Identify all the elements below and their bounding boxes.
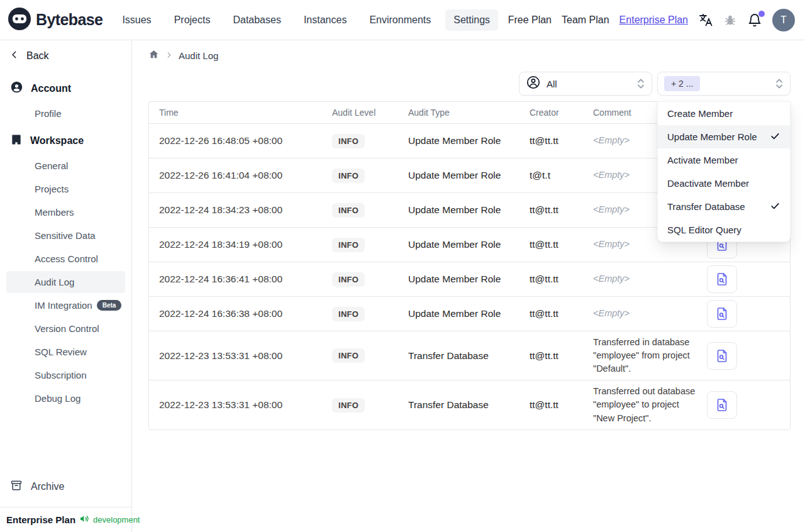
nav-right: Free Plan Team Plan Enterprise Plan T bbox=[508, 9, 795, 31]
bytebase-logo-icon bbox=[8, 7, 31, 33]
sidebar-item-label: Subscription bbox=[35, 370, 87, 380]
column-header-time: Time bbox=[149, 108, 322, 118]
settings-sidebar: Back Account Profile Workspace GeneralPr… bbox=[0, 40, 132, 532]
cell-audit-type: Transfer Database bbox=[398, 399, 525, 411]
cell-audit-level: INFO bbox=[322, 307, 398, 321]
top-nav: Bytebase IssuesProjectsDatabasesInstance… bbox=[0, 0, 805, 40]
sidebar-item-audit-log[interactable]: Audit Log bbox=[6, 271, 125, 293]
cell-comment: <Empty> bbox=[588, 307, 702, 320]
menu-item-sql-editor-query[interactable]: SQL Editor Query bbox=[658, 218, 790, 241]
home-icon[interactable] bbox=[148, 49, 159, 62]
bytebase-logo[interactable]: Bytebase bbox=[8, 7, 103, 33]
menu-item-create-member[interactable]: Create Member bbox=[658, 102, 790, 125]
sidebar-item-label: SQL Review bbox=[35, 346, 87, 357]
enterprise-plan-link[interactable]: Enterprise Plan bbox=[619, 14, 688, 26]
audit-level-badge: INFO bbox=[332, 169, 365, 183]
cell-creator: t@t.t bbox=[525, 170, 588, 181]
cell-creator: tt@tt.tt bbox=[525, 308, 588, 319]
sidebar-item-debug-log[interactable]: Debug Log bbox=[0, 387, 131, 409]
audit-log-row: 2022-12-23 13:53:31 +08:00INFOTransfer D… bbox=[149, 380, 790, 429]
cell-audit-type: Transfer Database bbox=[398, 350, 525, 362]
nav-item-settings[interactable]: Settings bbox=[445, 9, 498, 31]
view-detail-button[interactable] bbox=[707, 265, 737, 293]
view-detail-button[interactable] bbox=[707, 391, 737, 419]
account-items: Profile bbox=[0, 103, 131, 125]
archive-label: Archive bbox=[31, 481, 64, 492]
cell-time: 2022-12-23 13:53:31 +08:00 bbox=[149, 399, 322, 411]
cell-creator: tt@tt.tt bbox=[525, 135, 588, 147]
column-header-audit-type: Audit Type bbox=[398, 108, 525, 118]
nav-item-instances[interactable]: Instances bbox=[296, 9, 355, 31]
menu-item-label: Transfer Database bbox=[667, 201, 745, 212]
cell-audit-type: Update Member Role bbox=[398, 170, 525, 181]
audit-level-badge: INFO bbox=[332, 203, 365, 218]
creator-filter-value: All bbox=[547, 79, 557, 89]
menu-item-label: Activate Member bbox=[667, 155, 738, 165]
sidebar-item-label: General bbox=[35, 160, 68, 171]
sidebar-item-sql-review[interactable]: SQL Review bbox=[0, 341, 131, 363]
menu-item-deactivate-member[interactable]: Deactivate Member bbox=[658, 172, 790, 195]
sidebar-item-general[interactable]: General bbox=[0, 155, 131, 177]
audit-type-dropdown-menu: Create MemberUpdate Member RoleActivate … bbox=[657, 101, 791, 242]
sidebar-item-access-control[interactable]: Access Control bbox=[0, 248, 131, 270]
sidebar-item-projects[interactable]: Projects bbox=[0, 178, 131, 200]
menu-item-update-member-role[interactable]: Update Member Role bbox=[658, 125, 790, 148]
filter-row: All + 2 ... bbox=[148, 72, 791, 96]
select-chevrons-icon bbox=[775, 78, 784, 89]
view-detail-button[interactable] bbox=[707, 300, 737, 328]
notification-bell-icon[interactable] bbox=[747, 13, 762, 28]
sidebar-item-profile[interactable]: Profile bbox=[0, 103, 131, 125]
workspace-items: GeneralProjectsMembersSensitive DataAcce… bbox=[0, 155, 131, 409]
cell-audit-level: INFO bbox=[322, 238, 398, 252]
main-nav: IssuesProjectsDatabasesInstancesEnvironm… bbox=[114, 9, 498, 31]
menu-item-label: Update Member Role bbox=[667, 131, 757, 142]
menu-item-label: Deactivate Member bbox=[667, 178, 749, 189]
user-icon bbox=[10, 80, 23, 96]
sidebar-item-label: Projects bbox=[35, 184, 69, 194]
free-plan-link[interactable]: Free Plan bbox=[508, 14, 552, 26]
cell-time: 2022-12-24 16:36:38 +08:00 bbox=[149, 308, 322, 319]
sidebar-item-subscription[interactable]: Subscription bbox=[0, 364, 131, 386]
sidebar-item-archive[interactable]: Archive bbox=[0, 474, 131, 499]
sidebar-footer: Enterprise Plan development bbox=[0, 507, 131, 532]
sidebar-item-members[interactable]: Members bbox=[0, 201, 131, 223]
cell-comment: <Empty> bbox=[588, 272, 702, 285]
cell-time: 2022-12-26 16:48:05 +08:00 bbox=[149, 135, 322, 147]
back-button[interactable]: Back bbox=[0, 48, 131, 64]
check-icon bbox=[770, 131, 780, 143]
sidebar-item-label: Access Control bbox=[35, 253, 98, 264]
audit-level-badge: INFO bbox=[332, 307, 365, 321]
cell-creator: tt@tt.tt bbox=[525, 274, 588, 285]
sidebar-item-label: IM Integration bbox=[35, 300, 92, 311]
bug-report-icon[interactable] bbox=[723, 13, 737, 27]
sidebar-item-sensitive-data[interactable]: Sensitive Data bbox=[0, 224, 131, 247]
cell-actions bbox=[702, 391, 790, 419]
creator-filter-select[interactable]: All bbox=[519, 72, 652, 96]
nav-item-projects[interactable]: Projects bbox=[166, 9, 219, 31]
sidebar-item-im-integration[interactable]: IM IntegrationBeta bbox=[0, 294, 131, 316]
menu-item-activate-member[interactable]: Activate Member bbox=[658, 148, 790, 172]
cell-audit-type: Update Member Role bbox=[398, 308, 525, 319]
team-plan-link[interactable]: Team Plan bbox=[562, 14, 609, 26]
column-header-audit-level: Audit Level bbox=[322, 108, 398, 118]
view-detail-button[interactable] bbox=[707, 342, 737, 370]
back-label: Back bbox=[26, 50, 49, 62]
breadcrumb: Audit Log bbox=[148, 48, 791, 63]
nav-item-environments[interactable]: Environments bbox=[361, 9, 439, 31]
cell-actions bbox=[702, 342, 790, 370]
audit-level-badge: INFO bbox=[332, 272, 365, 287]
cell-audit-type: Update Member Role bbox=[398, 135, 525, 147]
cell-actions bbox=[702, 300, 790, 328]
nav-item-databases[interactable]: Databases bbox=[225, 9, 289, 31]
sidebar-item-version-control[interactable]: Version Control bbox=[0, 318, 131, 340]
user-avatar[interactable]: T bbox=[772, 9, 795, 31]
menu-item-label: SQL Editor Query bbox=[667, 224, 741, 235]
audit-log-row: 2022-12-24 16:36:38 +08:00INFOUpdate Mem… bbox=[149, 297, 790, 331]
select-chevrons-icon bbox=[636, 78, 645, 89]
menu-item-transfer-database[interactable]: Transfer Database bbox=[658, 195, 790, 218]
cell-time: 2022-12-24 18:34:19 +08:00 bbox=[149, 239, 322, 250]
audit-type-filter-select[interactable]: + 2 ... bbox=[657, 72, 791, 96]
translate-icon[interactable] bbox=[698, 13, 713, 28]
sidebar-item-label: Sensitive Data bbox=[35, 230, 96, 241]
nav-item-issues[interactable]: Issues bbox=[114, 9, 159, 31]
